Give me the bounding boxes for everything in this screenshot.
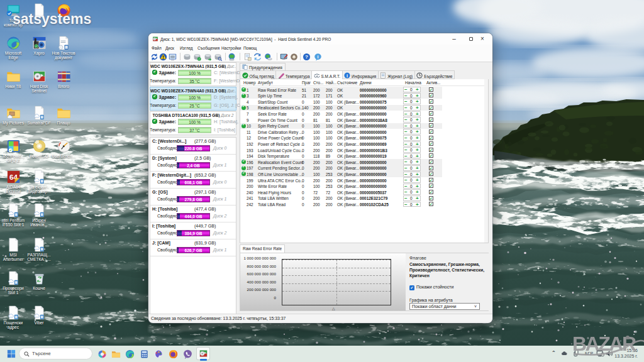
svg-text:i: i xyxy=(317,54,318,60)
svg-text:?: ? xyxy=(305,54,308,60)
svg-text:i: i xyxy=(347,73,348,79)
